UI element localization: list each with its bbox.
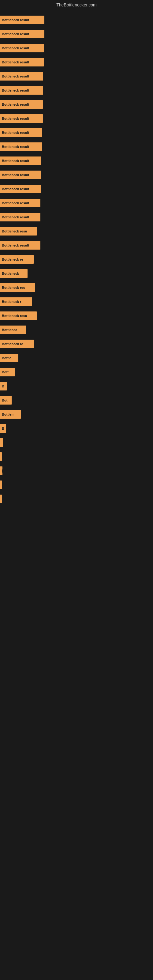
- bottleneck-bar: Bot: [0, 396, 12, 404]
- bottleneck-bar: Bottlen: [0, 410, 21, 418]
- bar-label: B: [2, 384, 4, 388]
- bars-container: Bottleneck resultBottleneck resultBottle…: [0, 10, 153, 509]
- bar-row: [0, 492, 153, 506]
- bar-label: |: [2, 469, 2, 473]
- bar-row: B: [0, 422, 153, 436]
- bar-label: Bottleneck: [2, 272, 19, 275]
- bottleneck-bar: [0, 438, 3, 447]
- bar-row: Bottleneck re: [0, 252, 153, 266]
- bottleneck-bar: Bottleneck result: [0, 142, 42, 151]
- bar-label: Bottleneck result: [2, 243, 29, 247]
- bottleneck-bar: B: [0, 382, 7, 390]
- bottleneck-bar: Bottleneck re: [0, 255, 33, 264]
- bottleneck-bar: Bottleneck r: [0, 298, 32, 306]
- bar-label: Bottleneck result: [2, 173, 29, 177]
- bottleneck-bar: Bottleneck result: [0, 72, 43, 81]
- bar-label: Bottleneck result: [2, 187, 29, 191]
- bar-row: Bottleneck r: [0, 294, 153, 309]
- bottleneck-bar: Bottleneck result: [0, 128, 42, 137]
- bottleneck-bar: Bottleneck result: [0, 86, 43, 95]
- bar-row: Bottle: [0, 351, 153, 365]
- bar-row: Bottleneck result: [0, 238, 153, 252]
- bottleneck-bar: [0, 480, 2, 489]
- bottleneck-bar: Bottleneck result: [0, 170, 41, 179]
- bar-row: Bottleneck: [0, 266, 153, 280]
- bar-row: Bott: [0, 365, 153, 379]
- bar-row: Bottleneck resu: [0, 309, 153, 323]
- bar-label: Bottlenec: [2, 328, 17, 332]
- bottleneck-bar: Bottleneck result: [0, 241, 40, 250]
- bar-row: Bottleneck result: [0, 111, 153, 126]
- bottleneck-bar: [0, 452, 2, 461]
- bar-label: Bottleneck result: [2, 117, 29, 120]
- bottleneck-bar: Bottleneck re: [0, 340, 33, 348]
- bar-row: Bottleneck result: [0, 97, 153, 111]
- bottleneck-bar: Bottleneck result: [0, 30, 45, 38]
- bar-row: B: [0, 379, 153, 393]
- bar-row: Bottleneck result: [0, 41, 153, 55]
- bottleneck-bar: Bottleneck resu: [0, 227, 37, 235]
- bar-row: Bottleneck result: [0, 154, 153, 168]
- bar-label: Bottle: [2, 356, 11, 360]
- bar-row: [0, 436, 153, 450]
- bottleneck-bar: Bottleneck result: [0, 213, 40, 221]
- bottleneck-bar: B: [0, 424, 6, 433]
- bar-row: Bottleneck res: [0, 280, 153, 294]
- bar-row: Bot: [0, 393, 153, 407]
- bar-label: Bottleneck result: [2, 159, 29, 162]
- bar-row: Bottleneck result: [0, 126, 153, 140]
- bar-label: Bottleneck result: [2, 215, 29, 219]
- bar-row: Bottleneck result: [0, 168, 153, 182]
- bar-label: Bottleneck result: [2, 201, 29, 205]
- bar-label: Bottleneck res: [2, 286, 25, 290]
- bottleneck-bar: [0, 495, 2, 503]
- bar-row: Bottleneck result: [0, 210, 153, 224]
- bottleneck-bar: Bottleneck result: [0, 156, 41, 165]
- bottleneck-bar: Bottleneck result: [0, 114, 43, 123]
- bar-label: Bottleneck result: [2, 145, 29, 148]
- bar-row: Bottleneck result: [0, 55, 153, 69]
- bar-row: Bottlen: [0, 407, 153, 422]
- bottleneck-bar: Bottleneck result: [0, 16, 45, 24]
- site-title: TheBottlenecker.com: [56, 2, 97, 7]
- bar-row: |: [0, 464, 153, 478]
- bar-label: Bottleneck result: [2, 103, 29, 106]
- bar-row: [0, 478, 153, 492]
- bar-label: Bottleneck resu: [2, 229, 27, 233]
- bar-row: Bottleneck resu: [0, 224, 153, 238]
- bar-label: Bottleneck re: [2, 258, 23, 261]
- bar-row: Bottleneck result: [0, 196, 153, 210]
- bar-label: Bottleneck result: [2, 89, 29, 92]
- bar-label: Bottleneck result: [2, 46, 29, 50]
- bottleneck-bar: Bottleneck result: [0, 199, 40, 207]
- bar-label: Bottleneck result: [2, 18, 29, 22]
- bar-row: Bottleneck result: [0, 27, 153, 41]
- bar-label: Bottleneck result: [2, 75, 29, 78]
- bottleneck-bar: Bottlenec: [0, 326, 26, 334]
- bottleneck-bar: Bottleneck resu: [0, 312, 37, 320]
- bottleneck-bar: Bottleneck: [0, 269, 27, 278]
- bar-label: Bottleneck result: [2, 32, 29, 36]
- bar-row: [0, 450, 153, 464]
- bar-label: Bot: [2, 398, 7, 402]
- bottleneck-bar: |: [0, 466, 2, 475]
- bar-label: Bottleneck result: [2, 131, 29, 134]
- bottleneck-bar: Bott: [0, 368, 15, 376]
- bottleneck-bar: Bottleneck result: [0, 58, 44, 67]
- bottleneck-bar: Bottleneck result: [0, 185, 41, 193]
- bar-row: Bottleneck result: [0, 140, 153, 154]
- bar-label: Bott: [2, 370, 9, 374]
- bottleneck-bar: Bottleneck res: [0, 283, 35, 292]
- bar-row: Bottleneck result: [0, 69, 153, 83]
- bar-label: Bottleneck result: [2, 60, 29, 64]
- bottleneck-bar: Bottleneck result: [0, 44, 44, 52]
- bar-row: Bottleneck result: [0, 13, 153, 27]
- bar-row: Bottlenec: [0, 323, 153, 337]
- bar-label: Bottleneck resu: [2, 314, 27, 318]
- bar-label: Bottleneck r: [2, 300, 21, 304]
- bottleneck-bar: Bottle: [0, 354, 18, 362]
- bar-row: Bottleneck result: [0, 182, 153, 196]
- bar-label: Bottleneck re: [2, 342, 23, 346]
- bar-label: Bottlen: [2, 412, 13, 416]
- bar-label: B: [2, 426, 4, 430]
